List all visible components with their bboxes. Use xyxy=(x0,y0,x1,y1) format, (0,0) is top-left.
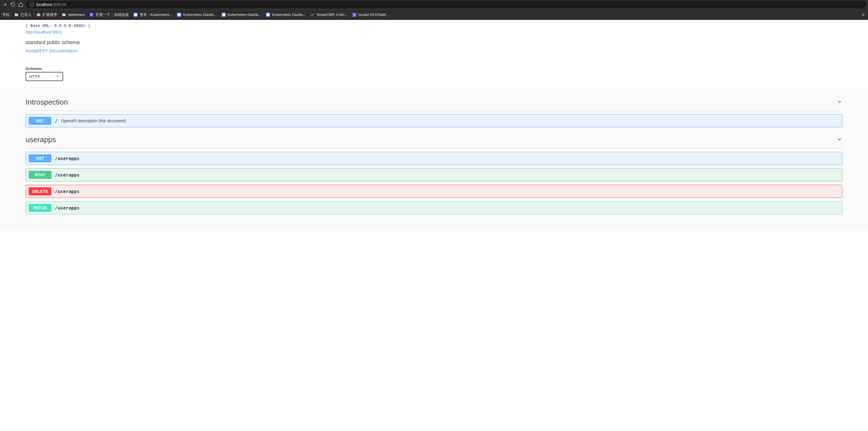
cluster-icon: X xyxy=(352,12,357,17)
bookmark-label: 已导入 xyxy=(21,12,32,17)
bookmark-label: Kubernetes Dashb... xyxy=(183,12,217,17)
kubernetes-icon xyxy=(266,12,270,17)
baidu-icon: 百 xyxy=(89,12,94,17)
bookmark-slideshare[interactable]: slideshare xyxy=(62,12,85,17)
bookmark-k8s-dash-2[interactable]: Kubernetes Dashb... xyxy=(221,12,261,17)
browser-chrome: i localhost:8081/#/ 手机 已导入 扩展程序 slidesha… xyxy=(0,0,868,20)
bookmark-label: SmartCMP, A Mo... xyxy=(317,12,348,17)
bookmark-phone[interactable]: 手机 xyxy=(2,12,10,17)
operation-path: / xyxy=(55,118,58,124)
tag-header[interactable]: userapps xyxy=(26,132,842,148)
bookmark-label: cluster-82153a6f ... xyxy=(359,12,390,17)
operation-get-root[interactable]: GET / OpenAPI description (this document… xyxy=(26,114,842,127)
url-path: :8081/#/ xyxy=(52,2,66,7)
bookmarks-overflow-icon[interactable]: » xyxy=(861,12,866,18)
svg-marker-3 xyxy=(266,13,270,16)
svg-marker-1 xyxy=(177,13,181,16)
bookmarks-bar: 手机 已导入 扩展程序 slideshare 百 百度一下，你就知道 登录 - … xyxy=(0,9,868,20)
method-badge: DELETE xyxy=(29,187,52,195)
kubernetes-icon xyxy=(133,12,138,17)
folder-icon xyxy=(14,12,19,17)
operation-summary: OpenAPI description (this document) xyxy=(61,119,126,123)
tag-header[interactable]: Introspection xyxy=(26,95,842,111)
bookmark-smartcmp[interactable]: SmartCMP, A Mo... xyxy=(310,12,348,17)
bookmark-baidu[interactable]: 百 百度一下，你就知道 xyxy=(89,12,129,17)
smartcmp-icon xyxy=(310,12,315,17)
url-host: localhost xyxy=(36,2,52,7)
kubernetes-icon xyxy=(221,12,226,17)
api-header: [ Base URL: 0.0.0.0:3000/ ] http://local… xyxy=(0,20,868,61)
bookmark-label: 手机 xyxy=(2,12,10,17)
tag-introspection: Introspection GET / OpenAPI description … xyxy=(26,95,842,127)
tag-name: Introspection xyxy=(26,98,68,106)
schemes-label: Schemes xyxy=(26,66,842,71)
bookmark-label: Kubernetes Dashb... xyxy=(272,12,306,17)
operation-path: /userapps xyxy=(55,156,80,161)
folder-icon xyxy=(62,12,66,17)
schemes-value: HTTP xyxy=(29,74,40,79)
operation-path: /userapps xyxy=(55,172,80,178)
svg-marker-2 xyxy=(222,13,225,16)
operations-content: Introspection GET / OpenAPI description … xyxy=(0,88,868,231)
schemes-section: Schemes HTTP xyxy=(0,61,868,88)
chevron-down-icon xyxy=(837,136,842,143)
extension-icon xyxy=(36,12,41,17)
bookmark-extensions[interactable]: 扩展程序 xyxy=(36,12,57,17)
base-url: [ Base URL: 0.0.0.0:3000/ ] xyxy=(26,23,842,28)
method-badge: GET xyxy=(29,154,52,162)
operation-patch-userapps[interactable]: PATCH /userapps xyxy=(26,201,842,214)
api-description: standard public schema xyxy=(26,39,842,45)
home-icon[interactable] xyxy=(18,2,23,7)
operation-post-userapps[interactable]: POST /userapps xyxy=(26,168,842,181)
reload-icon[interactable] xyxy=(10,2,16,7)
browser-toolbar: i localhost:8081/#/ xyxy=(0,0,868,9)
bookmark-k8s-dash-1[interactable]: Kubernetes Dashb... xyxy=(177,12,217,17)
bookmark-label: Kubernetes Dashb... xyxy=(228,12,261,17)
bookmark-k8s-dash-3[interactable]: Kubernetes Dashb... xyxy=(266,12,306,17)
chevron-down-icon xyxy=(56,74,60,79)
spec-url-link[interactable]: http://localhost:3001/ xyxy=(26,30,62,34)
site-info-icon[interactable]: i xyxy=(30,2,34,7)
url-bar[interactable]: i localhost:8081/#/ xyxy=(26,1,866,8)
svg-marker-0 xyxy=(134,13,137,16)
tag-name: userapps xyxy=(26,135,56,144)
method-badge: GET xyxy=(29,117,52,125)
external-docs-link[interactable]: PostgREST Documentation xyxy=(26,48,78,53)
bookmark-imported[interactable]: 已导入 xyxy=(14,12,32,17)
method-badge: PATCH xyxy=(29,204,52,212)
tag-userapps: userapps GET /userapps POST /userapps DE… xyxy=(26,132,842,214)
bookmark-label: 登录 - Kubernetes... xyxy=(140,12,172,17)
bookmark-cluster[interactable]: X cluster-82153a6f ... xyxy=(352,12,390,17)
schemes-select[interactable]: HTTP xyxy=(26,72,63,81)
operation-path: /userapps xyxy=(55,189,80,194)
chevron-down-icon xyxy=(837,99,842,106)
method-badge: POST xyxy=(29,171,52,179)
bookmark-label: 扩展程序 xyxy=(42,12,57,17)
forward-icon[interactable] xyxy=(2,2,7,7)
bookmark-k8s-login[interactable]: 登录 - Kubernetes... xyxy=(133,12,172,17)
kubernetes-icon xyxy=(177,12,181,17)
operation-path: /userapps xyxy=(55,205,80,211)
bookmark-label: slideshare xyxy=(68,12,85,17)
bookmark-label: 百度一下，你就知道 xyxy=(95,12,129,17)
operation-get-userapps[interactable]: GET /userapps xyxy=(26,152,842,165)
operation-delete-userapps[interactable]: DELETE /userapps xyxy=(26,185,842,198)
